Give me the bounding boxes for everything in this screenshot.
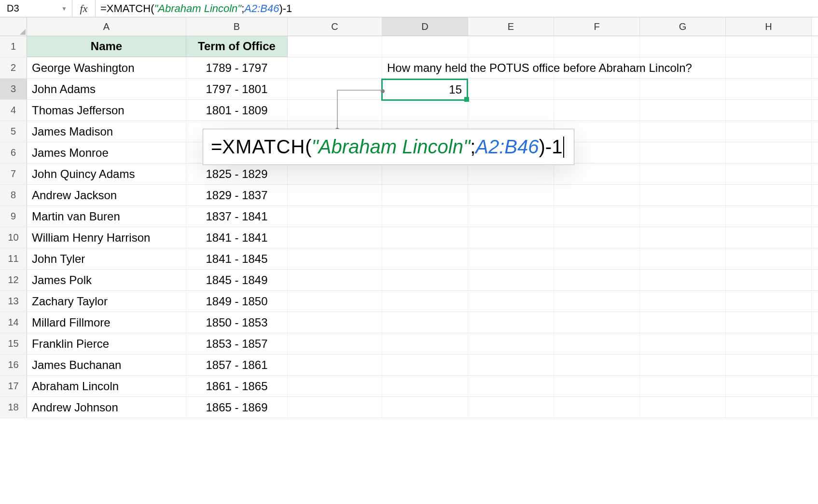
cell[interactable] — [468, 57, 554, 78]
cell[interactable] — [382, 36, 468, 57]
select-all-corner[interactable] — [0, 17, 27, 36]
cell[interactable] — [726, 79, 812, 99]
cell-name[interactable]: Zachary Taylor — [27, 291, 186, 312]
cell[interactable] — [640, 354, 726, 375]
cell[interactable] — [468, 206, 554, 227]
cell[interactable] — [382, 206, 468, 227]
row-header[interactable]: 6 — [0, 142, 27, 163]
cell-term[interactable]: 1789 - 1797 — [186, 57, 288, 78]
row-header[interactable]: 18 — [0, 397, 27, 418]
cell[interactable] — [640, 57, 726, 78]
cell[interactable] — [726, 248, 812, 269]
cell[interactable] — [554, 376, 640, 396]
cell[interactable] — [468, 36, 554, 57]
cell[interactable] — [640, 333, 726, 354]
cell[interactable] — [288, 397, 382, 418]
column-header-E[interactable]: E — [468, 17, 554, 36]
cell[interactable] — [468, 376, 554, 396]
row-header[interactable]: 16 — [0, 354, 27, 375]
cell[interactable] — [468, 227, 554, 248]
cell[interactable] — [382, 354, 468, 375]
cell[interactable] — [554, 270, 640, 290]
cell[interactable] — [468, 312, 554, 333]
cell-name[interactable]: George Washington — [27, 57, 186, 78]
cell-name[interactable]: Thomas Jefferson — [27, 100, 186, 121]
cell[interactable] — [726, 185, 812, 205]
column-header-D[interactable]: D — [382, 17, 468, 36]
cell-term[interactable]: 1861 - 1865 — [186, 376, 288, 396]
column-header-G[interactable]: G — [640, 17, 726, 36]
cell[interactable] — [468, 142, 554, 163]
cell[interactable] — [288, 36, 382, 57]
row-header[interactable]: 7 — [0, 163, 27, 184]
row-header[interactable]: 13 — [0, 291, 27, 312]
cell-name[interactable]: Franklin Pierce — [27, 333, 186, 354]
cell-name[interactable]: Abraham Lincoln — [27, 376, 186, 396]
cell[interactable] — [554, 57, 640, 78]
cell-term[interactable]: 1850 - 1853 — [186, 312, 288, 333]
cell[interactable] — [468, 270, 554, 290]
cell-name[interactable]: Millard Fillmore — [27, 312, 186, 333]
cell[interactable] — [382, 248, 468, 269]
cell[interactable] — [554, 291, 640, 312]
cell[interactable] — [726, 333, 812, 354]
column-header-B[interactable]: B — [186, 17, 288, 36]
cell[interactable] — [726, 354, 812, 375]
cell[interactable] — [382, 121, 468, 142]
cell-name[interactable]: Andrew Johnson — [27, 397, 186, 418]
header-name[interactable]: Name — [27, 36, 186, 57]
row-header[interactable]: 11 — [0, 248, 27, 269]
cell[interactable] — [468, 291, 554, 312]
cell[interactable] — [554, 354, 640, 375]
cell[interactable] — [726, 227, 812, 248]
cell-name[interactable]: James Madison — [27, 121, 186, 142]
cell[interactable] — [726, 270, 812, 290]
column-header-H[interactable]: H — [726, 17, 812, 36]
cell[interactable] — [382, 270, 468, 290]
name-box[interactable]: D3 ▼ — [0, 0, 72, 17]
cell-term[interactable]: 1845 - 1849 — [186, 270, 288, 290]
cell[interactable] — [468, 248, 554, 269]
cell-term[interactable]: 1829 - 1837 — [186, 185, 288, 205]
cell[interactable] — [468, 100, 554, 121]
cell[interactable] — [726, 397, 812, 418]
cell[interactable] — [554, 142, 640, 163]
cell[interactable] — [554, 121, 640, 142]
cell[interactable] — [640, 142, 726, 163]
cell-term[interactable]: 1825 - 1829 — [186, 163, 288, 184]
cell[interactable] — [554, 227, 640, 248]
cell[interactable] — [640, 121, 726, 142]
cell[interactable] — [468, 121, 554, 142]
cell-term[interactable]: 1853 - 1857 — [186, 333, 288, 354]
cell[interactable] — [288, 333, 382, 354]
cell[interactable] — [640, 36, 726, 57]
cell[interactable] — [468, 163, 554, 184]
row-header[interactable]: 8 — [0, 185, 27, 205]
cell[interactable] — [640, 185, 726, 205]
cell[interactable] — [726, 142, 812, 163]
cell[interactable] — [468, 354, 554, 375]
cell-term[interactable]: 1849 - 1850 — [186, 291, 288, 312]
cell[interactable] — [554, 312, 640, 333]
cell-name[interactable]: James Monroe — [27, 142, 186, 163]
cell[interactable] — [288, 312, 382, 333]
cell[interactable] — [288, 270, 382, 290]
cell[interactable] — [288, 291, 382, 312]
cell-name[interactable]: John Tyler — [27, 248, 186, 269]
cell-term[interactable]: 1837 - 1841 — [186, 206, 288, 227]
header-term[interactable]: Term of Office — [186, 36, 288, 57]
column-header-F[interactable]: F — [554, 17, 640, 36]
cell-name[interactable]: Andrew Jackson — [27, 185, 186, 205]
cell[interactable] — [382, 227, 468, 248]
cell[interactable] — [554, 163, 640, 184]
row-header[interactable]: 3 — [0, 79, 27, 99]
cell[interactable] — [382, 163, 468, 184]
cell[interactable] — [554, 248, 640, 269]
cell-D3[interactable] — [382, 79, 468, 99]
cell[interactable] — [468, 185, 554, 205]
column-header-C[interactable]: C — [288, 17, 382, 36]
cell[interactable] — [640, 163, 726, 184]
cell-term[interactable]: 1865 - 1869 — [186, 397, 288, 418]
cell[interactable] — [382, 291, 468, 312]
cell[interactable] — [640, 397, 726, 418]
